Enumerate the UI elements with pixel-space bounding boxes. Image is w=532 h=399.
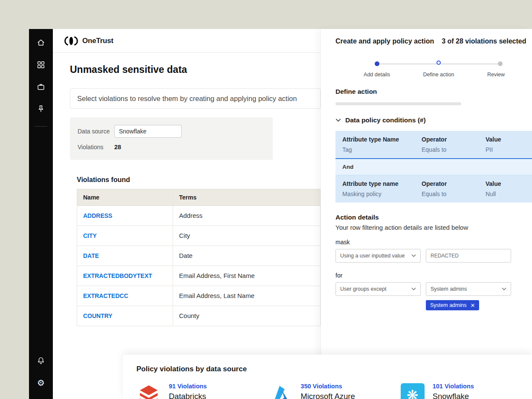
define-action-heading: Define action <box>335 88 532 95</box>
source-card-azure: 350 Violations Microsoft Azure Volume of… <box>268 383 400 399</box>
violation-terms: County <box>173 306 320 326</box>
panel-title: Create and apply policy action 3 of 28 v… <box>335 38 532 45</box>
mask-value-input[interactable]: REDACTED <box>426 249 511 263</box>
user-group-select[interactable]: System admins <box>426 282 511 296</box>
conditions-table: Attribute type Name Operator Value Tag E… <box>335 131 532 202</box>
policy-action-panel: Create and apply policy action 3 of 28 v… <box>321 29 532 399</box>
table-row: COUNTRY County <box>77 306 320 326</box>
databricks-icon <box>136 383 161 399</box>
mask-label: mask <box>335 239 532 246</box>
cond-attribute-value: Tag <box>342 146 422 153</box>
selected-group-chip[interactable]: System admins ✕ <box>426 300 479 310</box>
bell-icon[interactable] <box>36 356 46 366</box>
source-name: Microsoft Azure <box>301 392 364 399</box>
onetrust-logo-icon <box>64 36 78 46</box>
brand-name: OneTrust <box>82 37 113 45</box>
table-row: EXTRACTEDBODYTEXT Email Address, First N… <box>77 266 320 286</box>
violation-name-link[interactable]: CITY <box>83 232 97 239</box>
violation-name-link[interactable]: EXTRACTEDBODYTEXT <box>83 272 152 279</box>
violation-name-link[interactable]: COUNTRY <box>83 312 113 319</box>
violation-terms: Address <box>173 206 320 226</box>
app-header: OneTrust <box>53 29 321 53</box>
for-label: for <box>335 272 532 279</box>
chevron-down-icon <box>335 118 341 122</box>
violations-page: OneTrust Unmasked sensitive data Select … <box>53 29 321 399</box>
summary-title: Policy violations by data source <box>136 365 532 373</box>
violation-terms: City <box>173 226 320 246</box>
filter-panel: Data source Snowflake Violations 28 <box>70 117 273 160</box>
violation-name-link[interactable]: ADDRESS <box>83 212 112 219</box>
violation-terms: Date <box>173 246 320 266</box>
pin-icon[interactable] <box>36 104 46 114</box>
step-dot-review[interactable] <box>498 61 503 66</box>
violation-terms: Email Address, First Name <box>173 266 320 286</box>
info-banner: Select violations to resolve them by cre… <box>70 88 321 109</box>
chevron-down-icon <box>502 287 506 291</box>
cond-operator-value: Equals to <box>422 146 486 153</box>
step-label-add-details: Add details <box>364 72 390 78</box>
violations-table: Name Terms ADDRESS Address CITY City DAT… <box>77 189 321 326</box>
violation-terms: Email Address, Last Name <box>173 286 320 306</box>
data-source-input[interactable]: Snowflake <box>114 125 182 138</box>
app-sidebar: ⚙ <box>29 29 53 399</box>
cond-col-value: Value <box>486 136 532 143</box>
selection-status: 3 of 28 violations selected <box>442 38 526 45</box>
violations-found-title: Violations found <box>77 176 321 184</box>
cond-value-value: Null <box>486 191 532 197</box>
table-header-row: Name Terms <box>77 189 320 206</box>
step-label-define-action: Define action <box>423 72 454 78</box>
home-icon[interactable] <box>36 38 46 48</box>
cond-value-value: PII <box>486 146 532 153</box>
table-row: ADDRESS Address <box>77 206 320 226</box>
action-details-subtitle: Your row filtering action details are li… <box>335 224 532 231</box>
conditions-title: Data policy conditions (#) <box>345 116 426 124</box>
desktop: { "colors": { "background": "#dcddd0", "… <box>0 0 532 399</box>
table-row: DATE Date <box>77 246 320 266</box>
sidebar-divider <box>35 126 47 127</box>
cond-col-attribute: Attribute type Name <box>342 136 422 143</box>
user-group-mode-select[interactable]: User groups except <box>335 282 421 296</box>
page-title: Unmasked sensitive data <box>70 64 321 75</box>
step-label-review: Review <box>487 72 505 78</box>
violation-name-link[interactable]: EXTRACTEDCC <box>83 292 128 299</box>
gear-icon[interactable]: ⚙ <box>36 378 46 388</box>
violations-count-label: Violations <box>78 144 114 150</box>
column-header-name: Name <box>77 189 173 205</box>
cond-operator-value: Equals to <box>422 191 486 197</box>
step-dot-add-details[interactable] <box>375 61 379 66</box>
chevron-down-icon <box>411 254 416 257</box>
apps-grid-icon[interactable] <box>36 60 46 70</box>
cond-col-operator: Operator <box>422 136 486 143</box>
chevron-down-icon <box>411 287 416 291</box>
cond-attribute-value: Masking policy <box>342 191 422 197</box>
conditions-collapse-header[interactable]: Data policy conditions (#) <box>335 116 532 124</box>
source-name: Databricks <box>169 392 232 399</box>
column-header-terms: Terms <box>173 189 320 205</box>
cond-col-operator: Operator <box>422 180 486 187</box>
data-source-summary-card: Policy violations by data source 91 Viol… <box>123 355 532 399</box>
condition-connector: And <box>335 159 532 175</box>
source-name: Snowflake <box>433 392 496 399</box>
cond-col-attribute: Attribute type name <box>342 180 422 187</box>
source-card-snowflake: ❋ 101 Violations Snowflake Volume of Dat… <box>400 383 532 399</box>
azure-icon <box>268 383 293 399</box>
source-violations-link[interactable]: 91 Violations <box>169 383 232 390</box>
data-source-label: Data source <box>78 128 114 135</box>
mask-method-select[interactable]: Using a user inputted value <box>335 249 421 263</box>
stepper: Add details Define action Review <box>375 61 503 82</box>
step-dot-define-action[interactable] <box>437 61 441 65</box>
cond-col-value: Value <box>486 180 532 187</box>
panel-title-text: Create and apply policy action <box>335 38 434 45</box>
condition-group: Attribute type Name Operator Value Tag E… <box>335 131 532 159</box>
violations-count-value: 28 <box>114 144 121 150</box>
violation-name-link[interactable]: DATE <box>83 252 99 259</box>
main-window: OneTrust Unmasked sensitive data Select … <box>53 29 532 399</box>
info-banner-text: Select violations to resolve them by cre… <box>77 95 297 103</box>
briefcase-icon[interactable] <box>36 82 46 92</box>
table-row: CITY City <box>77 226 320 246</box>
remove-chip-icon[interactable]: ✕ <box>470 303 475 308</box>
progress-bar <box>335 102 461 105</box>
condition-group: Attribute type name Operator Value Maski… <box>335 175 532 202</box>
source-violations-link[interactable]: 350 Violations <box>301 383 364 390</box>
source-violations-link[interactable]: 101 Violations <box>433 383 496 390</box>
